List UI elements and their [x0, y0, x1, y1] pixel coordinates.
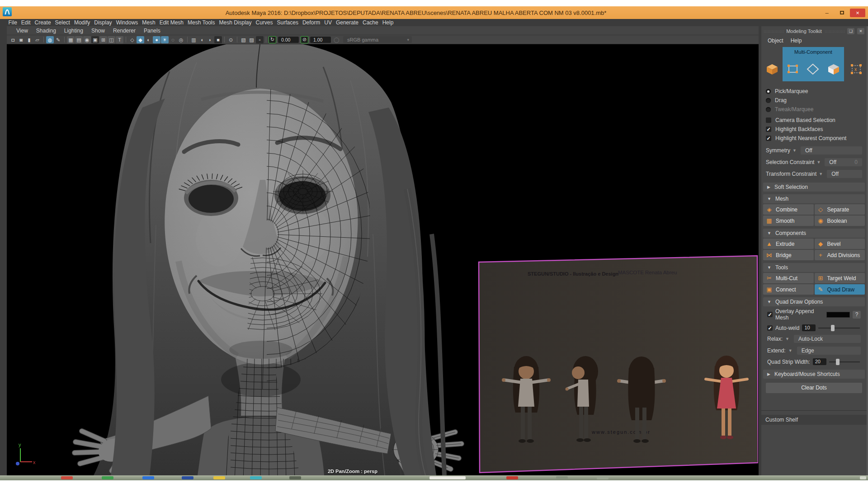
menu-cache[interactable]: Cache: [360, 19, 380, 26]
bookmark-icon[interactable]: ▮: [25, 36, 33, 43]
menu-display[interactable]: Display: [92, 19, 114, 26]
safe-action-icon[interactable]: ◫: [108, 36, 115, 43]
gamma-icon[interactable]: ⊘: [301, 36, 308, 43]
camera-attributes-icon[interactable]: ◙: [17, 36, 25, 43]
auto-weld-slider[interactable]: [818, 325, 861, 331]
help-button[interactable]: ?: [853, 311, 861, 319]
components-section-header[interactable]: ▼ Components: [763, 229, 865, 238]
close-button[interactable]: ×: [850, 9, 865, 17]
menu-curves[interactable]: Curves: [254, 19, 275, 26]
boolean-button[interactable]: ◉Boolean: [815, 216, 865, 226]
menu-show[interactable]: Show: [87, 28, 109, 34]
menu-panels[interactable]: Panels: [140, 28, 165, 34]
menu-lighting[interactable]: Lighting: [60, 28, 87, 34]
menu-create[interactable]: Create: [33, 19, 53, 26]
slider-knob[interactable]: [831, 325, 835, 331]
check-highlight-nearest-component[interactable]: ✓ Highlight Nearest Component: [761, 134, 867, 143]
menu-edit[interactable]: Edit: [19, 19, 33, 26]
drag-handle[interactable]: [764, 30, 783, 33]
bridge-button[interactable]: ⋈Bridge: [763, 250, 814, 260]
edge-mode-icon[interactable]: [805, 61, 821, 77]
mesh-section-header[interactable]: ▼ Mesh: [763, 194, 865, 203]
film-gate-icon[interactable]: ▤: [75, 36, 83, 43]
soft-selection-header[interactable]: ▶ Soft Selection: [763, 183, 865, 192]
chevron-down-icon[interactable]: ▼: [793, 148, 797, 153]
use-all-lights-icon[interactable]: ☀: [161, 36, 169, 43]
taskbar-icon[interactable]: [61, 476, 73, 479]
combine-button[interactable]: ◈Combine: [763, 204, 814, 215]
menu-mesh-display[interactable]: Mesh Display: [217, 19, 254, 26]
menu-deform[interactable]: Deform: [300, 19, 322, 26]
relax-value[interactable]: Auto-Lock: [794, 335, 861, 343]
wireframe-icon[interactable]: ◇: [128, 36, 136, 43]
transform-constraint-value[interactable]: Off: [827, 170, 862, 178]
taskbar-icon[interactable]: [289, 476, 301, 479]
face-mode-icon[interactable]: [826, 61, 841, 77]
select-camera-icon[interactable]: ◘: [9, 36, 17, 43]
tools-section-header[interactable]: ▼ Tools: [763, 263, 865, 272]
windows-taskbar[interactable]: [0, 475, 868, 480]
flat-shade-icon[interactable]: ◐: [145, 36, 152, 43]
menu-renderer[interactable]: Renderer: [109, 28, 140, 34]
multi-cut-button[interactable]: ✂Multi-Cut: [763, 273, 814, 283]
taskbar-icon[interactable]: [250, 476, 262, 479]
clear-dots-button[interactable]: Clear Dots: [766, 383, 862, 393]
taskbar-icon[interactable]: [142, 476, 154, 479]
overlay-color-swatch[interactable]: [826, 312, 850, 318]
motion-trails-icon[interactable]: ◗: [206, 36, 214, 43]
menu-help[interactable]: Help: [787, 38, 806, 44]
restore-button[interactable]: [835, 9, 849, 17]
menu-mesh[interactable]: Mesh: [140, 19, 157, 26]
xray-icon[interactable]: ▥: [190, 36, 198, 43]
quad-draw-button[interactable]: ✎Quad Draw: [815, 284, 865, 295]
checkbox-icon[interactable]: ✓: [767, 312, 773, 317]
menu-select[interactable]: Select: [53, 19, 72, 26]
taskbar-icon[interactable]: [597, 476, 609, 479]
menu-help[interactable]: Help: [380, 19, 396, 26]
view-transform-icon[interactable]: ◯: [333, 36, 340, 43]
connect-button[interactable]: ▣Connect: [763, 284, 814, 295]
menu-surfaces[interactable]: Surfaces: [275, 19, 300, 26]
field-chart-icon[interactable]: ⊞: [99, 36, 107, 43]
isolate-select-icon[interactable]: ⊙: [227, 36, 235, 43]
reference-image-plane[interactable]: STEGUN/STUDIO - Ilustração e Design MASC…: [479, 256, 758, 473]
menu-edit-mesh[interactable]: Edit Mesh: [157, 19, 185, 26]
taskbar-icon[interactable]: [213, 476, 225, 479]
custom-shelf-header[interactable]: Custom Shelf: [761, 415, 867, 425]
check-highlight-backfaces[interactable]: ✓ Highlight Backfaces: [761, 125, 867, 134]
bevel-button[interactable]: ◆Bevel: [815, 239, 865, 249]
exposure-field[interactable]: 0.00: [278, 37, 299, 43]
chevron-down-icon[interactable]: ▼: [788, 348, 793, 353]
object-mode-icon[interactable]: [764, 61, 780, 77]
slider-knob[interactable]: [836, 359, 840, 365]
ssao-icon[interactable]: ◎: [177, 36, 185, 43]
pane-mini-icon[interactable]: ▫: [256, 36, 264, 43]
drag-handle[interactable]: [825, 30, 844, 33]
taskbar-icon[interactable]: [102, 476, 113, 479]
taskbar-icon[interactable]: [429, 476, 466, 479]
vertex-mode-icon[interactable]: [785, 61, 801, 77]
radio-drag[interactable]: Drag: [761, 96, 867, 105]
chevron-down-icon[interactable]: ▼: [785, 337, 789, 341]
extrude-button[interactable]: ▲Extrude: [763, 239, 814, 249]
keyboard-mouse-shortcuts-header[interactable]: ▶ Keyboard/Mouse Shortcuts: [763, 370, 865, 379]
menu-uv[interactable]: UV: [322, 19, 334, 26]
taskbar-icon[interactable]: [506, 476, 518, 479]
smooth-button[interactable]: ▦Smooth: [763, 216, 814, 226]
chevron-down-icon[interactable]: ▼: [816, 160, 821, 164]
chevron-down-icon[interactable]: ▼: [819, 172, 823, 176]
auto-weld-field[interactable]: 10: [802, 324, 816, 331]
anti-aliasing-icon[interactable]: ■: [214, 36, 222, 43]
menu-file[interactable]: File: [6, 19, 19, 26]
close-panel-icon[interactable]: ✕: [857, 28, 864, 34]
quad-strip-width-slider[interactable]: [829, 359, 861, 365]
taskbar-icon[interactable]: [182, 476, 193, 479]
menu-shading[interactable]: Shading: [32, 28, 60, 34]
float-panel-icon[interactable]: ❏: [847, 28, 854, 34]
taskbar-icon[interactable]: [556, 476, 568, 479]
grid-icon[interactable]: ▦: [67, 36, 75, 43]
safe-title-icon[interactable]: T: [116, 36, 123, 43]
menu-modify[interactable]: Modify: [72, 19, 92, 26]
image-plane-icon[interactable]: ▱: [33, 36, 41, 43]
menu-windows[interactable]: Windows: [114, 19, 140, 26]
